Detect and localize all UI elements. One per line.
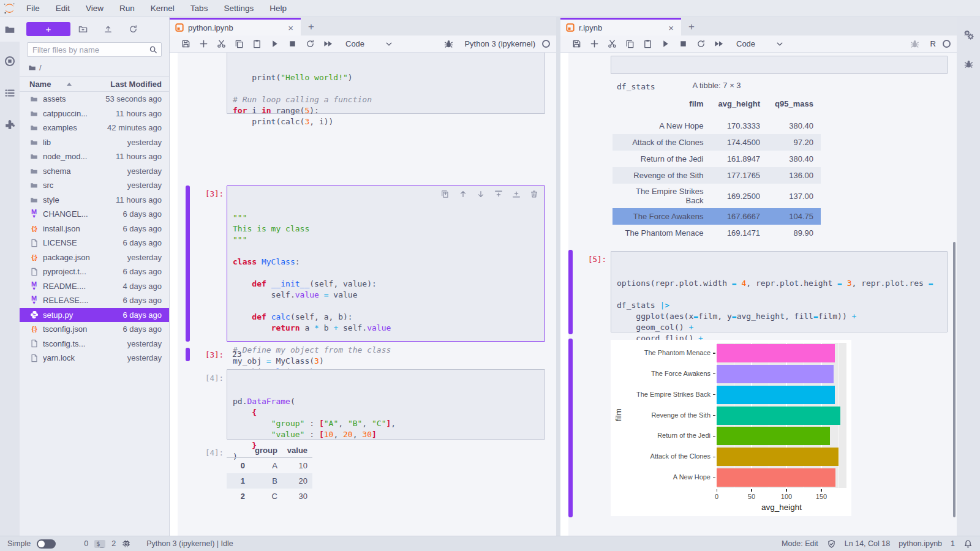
code-cell-input[interactable]: df_stats <box>611 56 948 74</box>
insert-cell-below-button[interactable] <box>512 190 521 198</box>
duplicate-cell-button[interactable] <box>441 190 450 198</box>
refresh-button[interactable] <box>121 22 146 36</box>
cell-collapser[interactable] <box>186 186 190 342</box>
cut-cell-button[interactable] <box>603 37 621 51</box>
stop-button[interactable] <box>674 37 692 51</box>
filter-files-box[interactable] <box>27 42 162 57</box>
cell-collapser[interactable] <box>568 250 573 334</box>
menu-item-tabs[interactable]: Tabs <box>183 0 216 17</box>
file-row[interactable]: assets53 seconds ago <box>20 92 169 107</box>
new-tab-button[interactable]: + <box>301 18 322 36</box>
bell-icon[interactable] <box>963 539 973 549</box>
code-cell-input[interactable]: pd.DataFrame( { "group" : ["A", "B", "C"… <box>227 369 545 440</box>
menu-item-settings[interactable]: Settings <box>216 0 262 17</box>
save-button[interactable] <box>177 37 195 51</box>
restart-run-all-button[interactable] <box>319 37 337 51</box>
panel-splitter[interactable] <box>556 17 560 536</box>
file-row[interactable]: M▾CHANGEL...6 days ago <box>20 207 169 222</box>
filter-files-input[interactable] <box>32 45 149 54</box>
copy-cell-button[interactable] <box>230 37 248 51</box>
code-cell-input[interactable]: options(repr.plot.width = 4, repr.plot.h… <box>611 251 948 332</box>
file-row[interactable]: setup.py6 days ago <box>20 308 169 323</box>
property-inspector-tab[interactable] <box>957 22 980 47</box>
copy-cell-button[interactable] <box>621 37 639 51</box>
file-row[interactable]: libyesterday <box>20 135 169 150</box>
menu-item-run[interactable]: Run <box>111 0 143 17</box>
menu-item-edit[interactable]: Edit <box>48 0 78 17</box>
cell-type-dropdown[interactable]: Code <box>736 39 783 48</box>
stop-button[interactable] <box>284 37 301 51</box>
cut-cell-button[interactable] <box>213 37 230 51</box>
file-row[interactable]: {:}package.jsonyesterday <box>20 250 169 265</box>
running-sessions-tab[interactable] <box>0 49 20 73</box>
file-row[interactable]: catppuccin...11 hours ago <box>20 107 169 121</box>
breadcrumb[interactable]: / <box>20 57 169 76</box>
restart-run-all-button[interactable] <box>710 37 728 51</box>
file-row[interactable]: srcyesterday <box>20 178 169 193</box>
column-last-modified[interactable]: Last Modified <box>110 80 162 89</box>
close-tab-icon[interactable]: × <box>667 23 675 33</box>
move-cell-up-button[interactable] <box>459 190 467 198</box>
tab-python-ipynb[interactable]: python.ipynb × <box>170 18 301 36</box>
kernel-status-icon[interactable] <box>542 40 550 48</box>
file-row[interactable]: pyproject.t...6 days ago <box>20 264 169 279</box>
move-cell-down-button[interactable] <box>477 190 485 198</box>
scrollbar[interactable] <box>953 242 956 517</box>
save-button[interactable] <box>568 37 586 51</box>
run-button[interactable] <box>266 37 284 51</box>
mode-indicator[interactable]: Mode: Edit <box>782 539 818 548</box>
restart-kernel-button[interactable] <box>692 37 710 51</box>
file-row[interactable]: examples42 minutes ago <box>20 121 169 135</box>
output-collapser[interactable] <box>568 339 573 517</box>
paste-cell-button[interactable] <box>639 37 657 51</box>
notifications-count[interactable]: 1 <box>951 539 955 548</box>
table-of-contents-tab[interactable] <box>0 81 20 105</box>
code-cell-input[interactable]: print("Hello world!") # Run loop calling… <box>227 53 545 114</box>
terminals-count[interactable]: 0 <box>84 539 88 548</box>
menu-item-help[interactable]: Help <box>262 0 295 17</box>
insert-cell-button[interactable] <box>586 37 603 51</box>
insert-cell-above-button[interactable] <box>494 190 503 198</box>
kernels-count[interactable]: 2 <box>111 539 116 548</box>
file-row[interactable]: tsconfig.ts...yesterday <box>20 337 169 351</box>
simple-mode-toggle[interactable] <box>37 539 56 549</box>
insert-cell-button[interactable] <box>195 37 213 51</box>
kernel-status-icon[interactable] <box>943 40 951 48</box>
cursor-position[interactable]: Ln 14, Col 18 <box>845 539 890 548</box>
menu-item-file[interactable]: File <box>18 0 48 17</box>
restart-kernel-button[interactable] <box>301 37 319 51</box>
active-file-name[interactable]: python.ipynb <box>899 539 942 548</box>
code-cell-input-active[interactable]: """This is my class""" class MyClass: de… <box>227 186 545 342</box>
debugger-button[interactable] <box>906 37 924 51</box>
tab-r-ipynb[interactable]: r.ipynb × <box>560 18 681 36</box>
kernel-name[interactable]: R <box>930 39 936 48</box>
new-launcher-button[interactable]: + <box>26 22 70 36</box>
breadcrumb-root[interactable]: / <box>39 63 42 72</box>
file-row[interactable]: {:}tsconfig.json6 days ago <box>20 322 169 337</box>
debugger-button[interactable] <box>440 37 458 51</box>
new-folder-button[interactable] <box>70 22 96 36</box>
run-button[interactable] <box>657 37 674 51</box>
file-row[interactable]: style11 hours ago <box>20 193 169 208</box>
file-row[interactable]: node_mod...11 hours ago <box>20 149 169 164</box>
kernel-status-text[interactable]: Python 3 (ipykernel) | Idle <box>146 539 233 548</box>
close-tab-icon[interactable]: × <box>287 23 295 33</box>
file-row[interactable]: M▾RELEASE....6 days ago <box>20 293 169 308</box>
upload-button[interactable] <box>96 22 121 36</box>
kernel-name[interactable]: Python 3 (ipykernel) <box>464 39 535 48</box>
new-tab-button[interactable]: + <box>681 18 702 36</box>
file-row[interactable]: yarn.lockyesterday <box>20 351 169 365</box>
file-row[interactable]: M▾README....4 days ago <box>20 279 169 294</box>
output-collapser[interactable] <box>186 348 190 361</box>
file-row[interactable]: schemayesterday <box>20 164 169 179</box>
file-row[interactable]: LICENSE6 days ago <box>20 236 169 250</box>
file-row[interactable]: {:}install.json6 days ago <box>20 222 169 236</box>
debugger-sidebar-tab[interactable] <box>957 51 980 76</box>
paste-cell-button[interactable] <box>248 37 266 51</box>
file-browser-tab[interactable] <box>0 17 20 42</box>
menu-item-kernel[interactable]: Kernel <box>143 0 183 17</box>
extensions-tab[interactable] <box>0 113 20 137</box>
column-name[interactable]: Name <box>29 80 110 89</box>
delete-cell-button[interactable] <box>530 190 538 198</box>
cell-type-dropdown[interactable]: Code <box>345 39 393 48</box>
